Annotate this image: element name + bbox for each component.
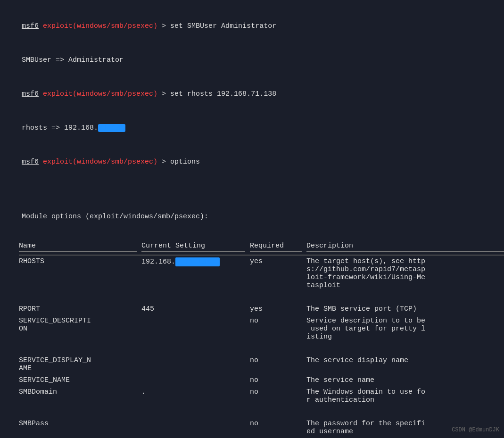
row-desc-rport: The SMB service port (TCP)	[306, 303, 504, 315]
blank-line	[5, 179, 499, 190]
table-row: SERVICE_NAME no The service name	[19, 374, 504, 386]
row-setting-rport: 445	[141, 303, 250, 315]
cmd-suffix-2: > set rhosts 192.168.71.138	[157, 90, 276, 98]
row-name-svc-name: SERVICE_NAME	[19, 374, 141, 386]
module-path-1: exploit(windows/smb/psexec)	[43, 22, 157, 30]
header-underline-desc	[306, 251, 504, 252]
command-line-1: msf6 exploit(windows/smb/psexec) > set S…	[5, 9, 499, 43]
row-setting-svc-name	[141, 374, 250, 386]
command-line-2: msf6 exploit(windows/smb/psexec) > set r…	[5, 77, 499, 111]
row-required-smbdomain: no	[250, 386, 306, 406]
blank-table-row-2	[19, 343, 504, 355]
row-name-rport: RPORT	[19, 303, 141, 315]
prompt-1: msf6	[22, 22, 39, 30]
table-row: SMBDomain . no The Windows domain to use…	[19, 386, 504, 406]
row-name-smbdomain: SMBDomain	[19, 386, 141, 406]
cmd-text-1	[39, 22, 43, 30]
table-header-row: Name Current Setting Required Descriptio…	[19, 241, 504, 256]
output-text-1: SMBUser => Administrator	[22, 56, 124, 64]
section-header: Module options (exploit/windows/smb/psex…	[5, 200, 499, 234]
blank-table-row-1	[19, 291, 504, 303]
row-required-svc-display: no	[250, 355, 306, 374]
options-table: Name Current Setting Required Descriptio…	[19, 241, 504, 438]
row-desc-svc-display: The service display name	[306, 355, 504, 374]
col-header-description: Description	[306, 241, 504, 256]
row-name-rhosts: RHOSTS	[19, 256, 141, 291]
table-row: RPORT 445 yes The SMB service port (TCP)	[19, 303, 504, 315]
cmd-text-3	[39, 158, 43, 166]
row-setting-svc-display	[141, 355, 250, 374]
table-row: SERVICE_DISPLAY_NAME no The service disp…	[19, 355, 504, 374]
table-row: RHOSTS 192.168.71.138 yes The target hos…	[19, 256, 504, 291]
row-setting-svc-desc	[141, 315, 250, 343]
prompt-2: msf6	[22, 90, 39, 98]
header-underline-setting	[141, 251, 245, 252]
row-name-svc-desc: SERVICE_DESCRIPTION	[19, 315, 141, 343]
row-required-smbpass: no	[250, 418, 306, 438]
col-header-setting: Current Setting	[141, 241, 250, 256]
row-required-rport: yes	[250, 303, 306, 315]
row-required-rhosts: yes	[250, 256, 306, 291]
row-desc-svc-desc: Service description to to be used on tar…	[306, 315, 504, 343]
row-required-svc-desc: no	[250, 315, 306, 343]
header-underline-name	[19, 251, 137, 252]
prompt-3: msf6	[22, 158, 39, 166]
blank-table-row-3	[19, 406, 504, 418]
output-line-2: rhosts => 192.168.71.138	[5, 111, 499, 145]
output-text-2: rhosts => 192.168.	[22, 124, 98, 132]
table-row: SMBPass no The password for the specifie…	[19, 418, 504, 438]
terminal: msf6 exploit(windows/smb/psexec) > set S…	[5, 9, 499, 438]
row-setting-rhosts: 192.168.71.138	[141, 256, 250, 291]
cmd-text-2	[39, 90, 43, 98]
module-path-3: exploit(windows/smb/psexec)	[43, 158, 157, 166]
watermark: CSDN @EdmunDJK	[452, 427, 499, 433]
table-row: SERVICE_DESCRIPTION no Service descripti…	[19, 315, 504, 343]
command-line-3: msf6 exploit(windows/smb/psexec) > optio…	[5, 145, 499, 179]
row-required-svc-name: no	[250, 374, 306, 386]
row-desc-rhosts: The target host(s), see https://github.c…	[306, 256, 504, 291]
module-path-2: exploit(windows/smb/psexec)	[43, 90, 157, 98]
row-name-smbpass: SMBPass	[19, 418, 141, 438]
header-underline-required	[250, 251, 302, 252]
row-setting-smbdomain: .	[141, 386, 250, 406]
col-header-name: Name	[19, 241, 141, 256]
redacted-rhosts-table: 71.138	[175, 257, 220, 266]
row-setting-smbpass	[141, 418, 250, 438]
cmd-suffix-3: > options	[157, 158, 200, 166]
cmd-suffix-1: > set SMBUser Administrator	[157, 22, 276, 30]
row-desc-svc-name: The service name	[306, 374, 504, 386]
col-header-required: Required	[250, 241, 306, 256]
row-name-svc-display: SERVICE_DISPLAY_NAME	[19, 355, 141, 374]
row-desc-smbdomain: The Windows domain to use for authentica…	[306, 386, 504, 406]
redacted-rhosts-cmd: 71.138	[98, 124, 125, 132]
output-line-1: SMBUser => Administrator	[5, 43, 499, 77]
